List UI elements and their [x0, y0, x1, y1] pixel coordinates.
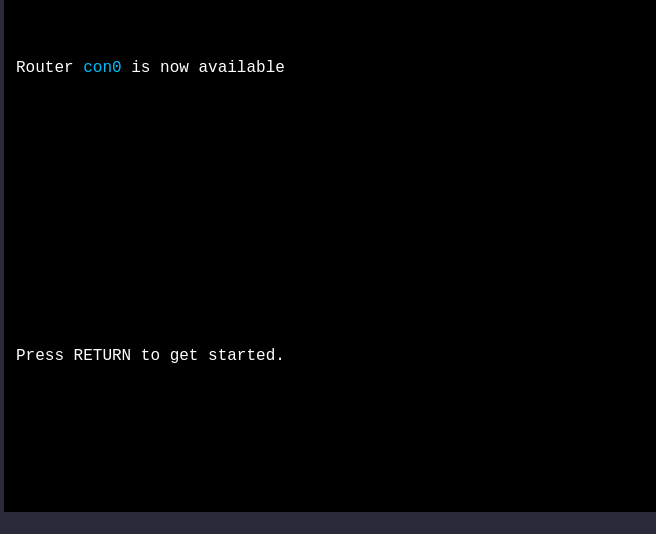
terminal-line-3 [16, 200, 644, 224]
terminal-line-4 [16, 272, 644, 296]
terminal-content: Router con0 is now available Press RETUR… [16, 8, 644, 512]
terminal-line-1: Router con0 is now available [16, 56, 644, 80]
terminal-window[interactable]: Router con0 is now available Press RETUR… [0, 0, 656, 512]
text-con0: con0 [83, 59, 121, 77]
text-router: Router [16, 59, 83, 77]
terminal-line-6 [16, 416, 644, 440]
terminal-line-2 [16, 128, 644, 152]
terminal-line-7 [16, 488, 644, 512]
terminal-line-5: Press RETURN to get started. [16, 344, 644, 368]
text-available: is now available [122, 59, 285, 77]
status-bar [0, 512, 656, 534]
text-press-return: Press RETURN to get started. [16, 347, 285, 365]
